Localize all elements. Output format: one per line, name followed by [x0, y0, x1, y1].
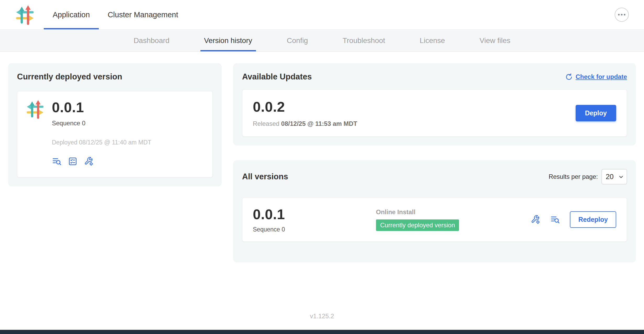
tab-license[interactable]: License — [416, 30, 449, 51]
deployed-actions — [52, 157, 151, 166]
release-notes-icon[interactable] — [550, 215, 560, 224]
version-row: 0.0.1 Sequence 0 Online Install Currentl… — [242, 197, 627, 242]
tab-dashboard[interactable]: Dashboard — [130, 30, 173, 51]
all-versions-card: All versions Results per page: 20 0.0. — [233, 160, 636, 262]
ellipsis-icon — [618, 14, 625, 15]
row-sequence-label: Sequence 0 — [253, 226, 376, 233]
deployed-card-title: Currently deployed version — [17, 72, 213, 82]
available-updates-card: Available Updates Check for update 0.0.2… — [233, 63, 636, 146]
top-tabs: Application Cluster Management — [44, 0, 187, 29]
chevron-down-icon — [618, 174, 624, 180]
released-timestamp: Released 08/12/25 @ 11:53 am MDT — [253, 120, 357, 127]
top-nav: Application Cluster Management — [0, 0, 644, 30]
kots-arrows-logo-icon — [25, 99, 45, 119]
released-date: 08/12/25 @ 11:53 am MDT — [281, 120, 357, 127]
kots-arrows-logo-icon — [14, 4, 35, 25]
available-updates-title: Available Updates — [242, 72, 312, 82]
update-row: 0.0.2 Released 08/12/25 @ 11:53 am MDT D… — [242, 89, 627, 137]
top-tab-application[interactable]: Application — [44, 0, 99, 29]
update-version-number: 0.0.2 — [253, 99, 357, 115]
deployed-version-number: 0.0.1 — [52, 99, 151, 115]
install-type-label: Online Install — [376, 208, 416, 216]
currently-deployed-badge: Currently deployed version — [376, 219, 459, 231]
tab-troubleshoot[interactable]: Troubleshoot — [339, 30, 389, 51]
deployed-sequence-label: Sequence 0 — [52, 120, 151, 127]
footer-app-version: v1.125.2 — [8, 305, 636, 330]
tab-config[interactable]: Config — [283, 30, 312, 51]
results-per-page-value: 20 — [606, 173, 614, 181]
app-logo[interactable] — [14, 0, 36, 29]
app-sub-nav: Dashboard Version history Config Trouble… — [0, 30, 644, 52]
edit-config-wrench-gear-icon[interactable] — [84, 157, 94, 166]
release-notes-icon[interactable] — [52, 157, 62, 166]
preflight-checklist-icon[interactable] — [68, 157, 78, 166]
all-versions-title: All versions — [242, 172, 288, 181]
main-content: Currently deployed version 0.0 — [0, 52, 644, 330]
more-options-button[interactable] — [615, 8, 629, 22]
results-per-page-label: Results per page: — [549, 173, 598, 180]
app-logo-small — [25, 99, 45, 169]
top-tab-cluster-management[interactable]: Cluster Management — [99, 0, 187, 29]
released-prefix: Released — [253, 120, 279, 127]
redeploy-button[interactable]: Redeploy — [570, 211, 616, 228]
check-for-update-link[interactable]: Check for update — [565, 73, 627, 81]
tab-view-files[interactable]: View files — [476, 30, 514, 51]
check-for-update-label: Check for update — [576, 73, 627, 80]
tab-version-history[interactable]: Version history — [200, 30, 256, 51]
row-version-number: 0.0.1 — [253, 206, 376, 222]
refresh-icon — [565, 73, 573, 81]
results-per-page-select[interactable]: 20 — [602, 169, 627, 184]
deploy-button[interactable]: Deploy — [576, 105, 616, 121]
bottom-bar — [0, 330, 644, 334]
deployed-version-panel: 0.0.1 Sequence 0 Deployed 08/12/25 @ 11:… — [17, 91, 213, 177]
currently-deployed-card: Currently deployed version 0.0 — [8, 63, 222, 186]
deployed-timestamp: Deployed 08/12/25 @ 11:40 am MDT — [52, 139, 151, 146]
edit-config-wrench-gear-icon[interactable] — [531, 215, 540, 224]
